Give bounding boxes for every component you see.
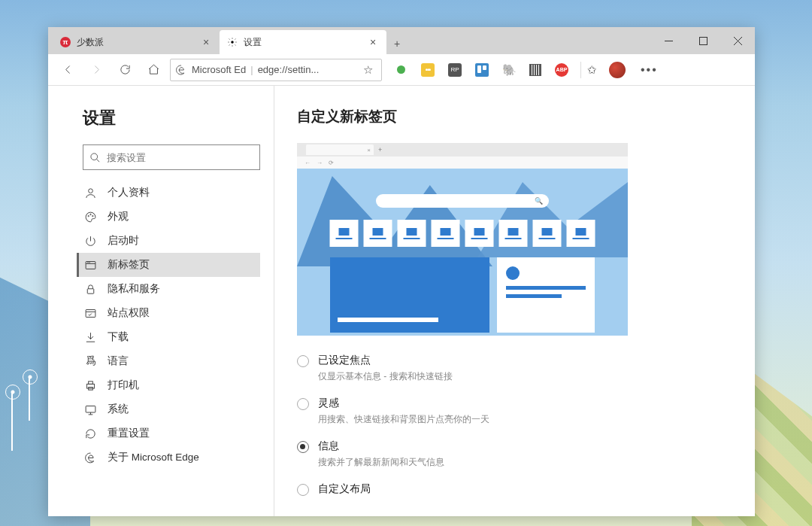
refresh-button[interactable] bbox=[111, 56, 138, 84]
svg-point-7 bbox=[89, 188, 93, 193]
system-icon bbox=[84, 403, 97, 416]
address-hint: Microsoft Ed bbox=[192, 64, 246, 75]
radio-icon bbox=[297, 441, 309, 453]
svg-rect-11 bbox=[86, 261, 95, 269]
nav-profile[interactable]: 个人资料 bbox=[77, 181, 260, 205]
permissions-icon bbox=[84, 307, 97, 320]
svg-rect-18 bbox=[87, 384, 95, 388]
svg-point-5 bbox=[91, 153, 98, 160]
extension-evernote-icon[interactable]: 🐘 bbox=[502, 63, 516, 77]
main-title: 自定义新标签页 bbox=[297, 107, 732, 126]
option-label: 已设定焦点 bbox=[318, 354, 453, 367]
nav-label: 关于 Microsoft Edge bbox=[108, 451, 199, 464]
browser-window: π 少数派 × 设置 × + Microsoft Ed | edge://set… bbox=[48, 27, 755, 516]
option-inspirational[interactable]: 灵感 用搜索、快速链接和背景图片点亮你的一天 bbox=[297, 397, 732, 426]
tab-sspai[interactable]: π 少数派 × bbox=[53, 30, 220, 54]
option-label: 灵感 bbox=[318, 397, 489, 410]
nav-label: 系统 bbox=[108, 403, 129, 416]
option-custom[interactable]: 自定义布局 bbox=[297, 482, 732, 496]
search-input[interactable] bbox=[107, 152, 253, 163]
nav-new-tab[interactable]: 新标签页 bbox=[77, 253, 260, 277]
svg-rect-21 bbox=[86, 406, 95, 412]
power-icon bbox=[84, 235, 97, 248]
svg-line-6 bbox=[96, 159, 99, 162]
nav-printer[interactable]: 打印机 bbox=[77, 373, 260, 397]
address-bar[interactable]: Microsoft Ed | edge://settin... ☆ bbox=[170, 59, 382, 81]
option-informational[interactable]: 信息 搜索并了解最新新闻和天气信息 bbox=[297, 439, 732, 469]
radio-icon bbox=[297, 355, 309, 367]
svg-point-10 bbox=[92, 215, 93, 216]
tab-settings[interactable]: 设置 × bbox=[220, 30, 386, 54]
maximize-button[interactable] bbox=[686, 27, 720, 54]
option-desc: 搜索并了解最新新闻和天气信息 bbox=[318, 456, 444, 469]
svg-rect-15 bbox=[87, 288, 94, 293]
nav-label: 启动时 bbox=[108, 234, 139, 248]
nav-appearance[interactable]: 外观 bbox=[77, 205, 260, 229]
toolbar: Microsoft Ed | edge://settin... ☆ ••• RP… bbox=[48, 54, 755, 86]
close-icon[interactable]: × bbox=[367, 36, 379, 48]
svg-rect-16 bbox=[86, 309, 95, 317]
tab-title: 设置 bbox=[244, 36, 262, 49]
nav-privacy[interactable]: 隐私和服务 bbox=[77, 277, 260, 301]
nav-label: 语言 bbox=[108, 354, 129, 368]
back-button[interactable] bbox=[54, 56, 81, 84]
language-icon: 爲 bbox=[84, 355, 97, 368]
close-icon[interactable]: × bbox=[200, 36, 212, 48]
extension-trello-icon[interactable] bbox=[475, 63, 489, 77]
home-button[interactable] bbox=[140, 56, 167, 84]
profile-avatar[interactable] bbox=[609, 62, 626, 78]
tab-title: 少数派 bbox=[77, 36, 104, 49]
nav-reset[interactable]: 重置设置 bbox=[77, 421, 260, 445]
nav-label: 打印机 bbox=[108, 379, 139, 392]
option-label: 自定义布局 bbox=[318, 482, 371, 496]
svg-rect-19 bbox=[89, 381, 93, 384]
nav-label: 站点权限 bbox=[108, 306, 150, 320]
download-icon bbox=[84, 331, 97, 344]
nav-about[interactable]: 关于 Microsoft Edge bbox=[77, 445, 260, 470]
palette-icon bbox=[84, 211, 97, 223]
favorites-button[interactable]: ✩ bbox=[587, 63, 597, 77]
option-desc: 仅显示基本信息 - 搜索和快速链接 bbox=[318, 370, 453, 383]
extension-abp-icon[interactable]: ABP bbox=[555, 63, 568, 77]
reset-icon bbox=[84, 427, 97, 440]
forward-button[interactable] bbox=[83, 56, 110, 84]
svg-point-13 bbox=[88, 262, 89, 263]
nav-label: 外观 bbox=[108, 210, 129, 223]
favorite-star-icon[interactable]: ☆ bbox=[359, 63, 377, 77]
minimize-button[interactable] bbox=[651, 27, 686, 54]
url-text: edge://settin... bbox=[258, 64, 359, 75]
extension-yellow-icon[interactable]: ••• bbox=[421, 63, 435, 77]
lock-icon bbox=[84, 283, 97, 296]
new-tab-button[interactable]: + bbox=[386, 33, 408, 54]
svg-point-0 bbox=[231, 41, 234, 44]
close-icon: × bbox=[367, 147, 371, 154]
extension-green-icon[interactable] bbox=[394, 63, 408, 77]
option-desc: 用搜索、快速链接和背景图片点亮你的一天 bbox=[318, 413, 489, 426]
preview-search: 🔍 bbox=[376, 194, 549, 208]
nav-downloads[interactable]: 下载 bbox=[77, 325, 260, 349]
search-icon bbox=[89, 152, 101, 163]
extensions-row: ••• RP 🐘 ABP bbox=[394, 63, 568, 77]
favicon-sspai: π bbox=[60, 37, 71, 47]
nav-label: 隐私和服务 bbox=[108, 282, 160, 296]
svg-point-9 bbox=[90, 214, 91, 214]
search-settings[interactable] bbox=[83, 144, 260, 170]
nav-language[interactable]: 爲 语言 bbox=[77, 349, 260, 373]
newtab-preview: × + ←→⟳ 🔍 bbox=[297, 143, 628, 336]
radio-icon bbox=[297, 398, 309, 410]
nav-system[interactable]: 系统 bbox=[77, 397, 260, 421]
content: 设置 个人资料 外观 启动时 新标签页 bbox=[48, 86, 755, 516]
nav-startup[interactable]: 启动时 bbox=[77, 229, 260, 253]
svg-point-14 bbox=[89, 262, 90, 263]
option-focused[interactable]: 已设定焦点 仅显示基本信息 - 搜索和快速链接 bbox=[297, 354, 732, 383]
window-controls bbox=[651, 27, 755, 54]
edge-icon bbox=[175, 64, 187, 76]
nav-site-permissions[interactable]: 站点权限 bbox=[77, 301, 260, 325]
nav-label: 新标签页 bbox=[108, 258, 150, 272]
extension-rp-icon[interactable]: RP bbox=[448, 63, 462, 77]
svg-point-8 bbox=[88, 215, 89, 216]
extension-qr-icon[interactable] bbox=[529, 64, 541, 76]
more-menu-button[interactable]: ••• bbox=[633, 63, 665, 77]
edge-icon bbox=[84, 452, 97, 464]
close-button[interactable] bbox=[720, 27, 755, 54]
